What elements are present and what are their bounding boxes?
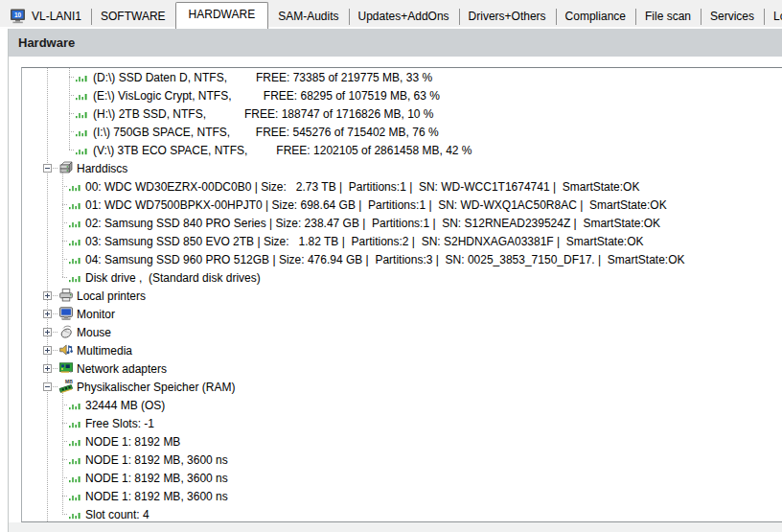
tree-row-physikalischer-spe[interactable]: MBPhysikalischer Speicher (RAM) (22, 378, 782, 396)
partition-marks-icon (68, 233, 83, 248)
tree-row-label: 01: WDC WD7500BPKX-00HPJT0 | Size: 698.6… (85, 198, 667, 212)
tree-row-04-samsung-ssd-96[interactable]: 04: Samsung SSD 960 PRO 512GB | Size: 47… (22, 250, 782, 268)
tree-row-node-1-8192-mb[interactable]: NODE 1: 8192 MB (22, 432, 782, 451)
tree-row-label: (V:\) 3TB ECO SPACE, NTFS, FREE: 1202105… (93, 144, 472, 157)
partition-marks-icon (68, 178, 83, 194)
tree-row-label: Physikalischer Speicher (RAM) (77, 381, 235, 394)
tree-row-multimedia[interactable]: Multimedia (22, 341, 782, 359)
tree-row-d-ssd-daten-d[interactable]: (D:\) SSD Daten D, NTFS, FREE: 73385 of … (22, 68, 782, 86)
partition-marks-icon (75, 142, 90, 157)
tree-connector (53, 313, 58, 314)
tab-services[interactable]: Services (701, 7, 764, 27)
partition-marks-icon (68, 415, 83, 430)
tree-row-slot-count-4[interactable]: Slot count: 4 (22, 505, 782, 522)
tree-connector (62, 441, 67, 442)
tree-row-label: Multimedia (77, 344, 132, 358)
tree-row-free-slots-1[interactable]: Free Slots: -1 (22, 414, 782, 432)
tree-connector (69, 95, 74, 96)
tree-connector (53, 168, 58, 169)
window-left-border (8, 29, 9, 532)
tab-file-scan[interactable]: File scan (635, 7, 701, 27)
tree-connector (53, 368, 58, 369)
expander-plus-icon[interactable] (43, 310, 52, 318)
expander-plus-icon[interactable] (43, 364, 52, 373)
tree-connector (62, 514, 67, 515)
tree-connector (62, 496, 67, 497)
tab-drivers-others[interactable]: Drivers+Others (459, 7, 556, 27)
tab-label: Compliance (565, 10, 626, 23)
tree-connector (69, 113, 74, 114)
tree-row-local-printers[interactable]: Local printers (22, 287, 782, 305)
tree-connector (62, 405, 67, 405)
tree-connector (62, 186, 67, 187)
section-header: Hardware (9, 29, 782, 57)
tab-label: HARDWARE (189, 8, 256, 21)
printer-icon (58, 288, 74, 303)
tree-row-h-2tb-ssd-ntf[interactable]: (H:\) 2TB SSD, NTFS, FREE: 188747 of 171… (22, 104, 782, 123)
expander-plus-icon[interactable] (43, 346, 52, 355)
multimedia-icon (58, 342, 74, 358)
tab-compliance[interactable]: Compliance (556, 7, 635, 27)
tree-row-label: NODE 1: 8192 MB (85, 435, 180, 449)
tree-row-e-vislogic-cry[interactable]: (E:\) VisLogic Crypt, NTFS, FREE: 68295 … (22, 86, 782, 104)
tab-updates-addons[interactable]: Updates+AddOns (349, 7, 459, 27)
tree-row-label: Local printers (77, 289, 146, 303)
monitor-icon (58, 306, 74, 321)
tree-row-label: NODE 1: 8192 MB, 3600 ns (85, 453, 228, 467)
tree-row-03-samsung-ssd-85[interactable]: 03: Samsung SSD 850 EVO 2TB | Size: 1.82… (22, 232, 782, 250)
expander-plus-icon[interactable] (43, 291, 52, 300)
tree-row-label: Mouse (77, 326, 111, 339)
tab-local-accounts[interactable]: Local accounts (764, 7, 782, 27)
tab-vl-lani1[interactable]: 10VL-LANI1 (0, 7, 91, 27)
tree-row-harddiscs[interactable]: Harddiscs (22, 159, 782, 177)
partition-marks-icon (68, 470, 83, 485)
tree-row-network-adapters[interactable]: Network adapters (22, 359, 782, 378)
expander-plus-icon[interactable] (43, 328, 52, 336)
tab-bar: 10VL-LANI1SOFTWAREHARDWARESAM-AuditsUpda… (0, 0, 782, 29)
expander-minus-icon[interactable] (43, 164, 52, 173)
tree-row-node-1-8192-mb-3[interactable]: NODE 1: 8192 MB, 3600 ns (22, 469, 782, 487)
tree-row-disk-drive-sta[interactable]: Disk drive , (Standard disk drives) (22, 268, 782, 287)
page-title: Hardware (18, 29, 75, 57)
tree-row-mouse[interactable]: Mouse (22, 323, 782, 341)
tree-connector (53, 332, 58, 333)
tree-row-02-samsung-ssd-84[interactable]: 02: Samsung SSD 840 PRO Series | Size: 2… (22, 214, 782, 232)
partition-marks-icon (75, 69, 90, 84)
ram-icon: MB (58, 379, 74, 394)
partition-marks-icon (68, 433, 83, 449)
tree-row-label: (E:\) VisLogic Crypt, NTFS, FREE: 68295 … (93, 89, 440, 103)
tree-row-v-3tb-eco-spac[interactable]: (V:\) 3TB ECO SPACE, NTFS, FREE: 1202105… (22, 141, 782, 159)
tree-row-01-wdc-wd7500bpkx[interactable]: 01: WDC WD7500BPKX-00HPJT0 | Size: 698.6… (22, 196, 782, 214)
tab-label: Local accounts (773, 10, 782, 23)
hardware-tree-panel: (D:\) SSD Daten D, NTFS, FREE: 73385 of … (21, 67, 782, 522)
tree-connector (62, 222, 67, 223)
tree-row-monitor[interactable]: Monitor (22, 305, 782, 323)
tree-row-00-wdc-wd30ezrx-0[interactable]: 00: WDC WD30EZRX-00DC0B0 | Size: 2.73 TB… (22, 177, 782, 196)
tree-connector (62, 423, 67, 424)
partition-marks-icon (68, 506, 83, 521)
tab-label: Updates+AddOns (358, 10, 449, 23)
tab-software[interactable]: SOFTWARE (91, 7, 175, 27)
tab-label: Services (710, 10, 754, 23)
partition-marks-icon (68, 269, 83, 285)
partition-marks-icon (75, 105, 90, 121)
tree-row-node-1-8192-mb-3[interactable]: NODE 1: 8192 MB, 3600 ns (22, 451, 782, 469)
expander-minus-icon[interactable] (43, 382, 52, 391)
tab-label: VL-LANI1 (32, 10, 81, 23)
tab-label: File scan (645, 10, 691, 23)
tree-connector (62, 459, 67, 460)
partition-marks-icon (68, 197, 83, 212)
tree-row-i-750gb-space[interactable]: (I:\) 750GB SPACE, NTFS, FREE: 545276 of… (22, 123, 782, 141)
partition-marks-icon (75, 87, 90, 103)
tree-connector (62, 204, 67, 205)
tree-row-label: (I:\) 750GB SPACE, NTFS, FREE: 545276 of… (93, 126, 439, 139)
tab-hardware[interactable]: HARDWARE (175, 2, 269, 29)
svg-text:MB: MB (65, 379, 73, 384)
tab-label: SAM-Audits (278, 10, 338, 23)
tree-row-32444-mb-os[interactable]: 32444 MB (OS) (22, 396, 782, 414)
tree-row-label: Free Slots: -1 (85, 417, 154, 430)
tree-row-label: Network adapters (77, 362, 167, 376)
tab-sam-audits[interactable]: SAM-Audits (268, 7, 348, 27)
mouse-icon (58, 324, 74, 339)
tree-row-node-1-8192-mb-3[interactable]: NODE 1: 8192 MB, 3600 ns (22, 487, 782, 505)
